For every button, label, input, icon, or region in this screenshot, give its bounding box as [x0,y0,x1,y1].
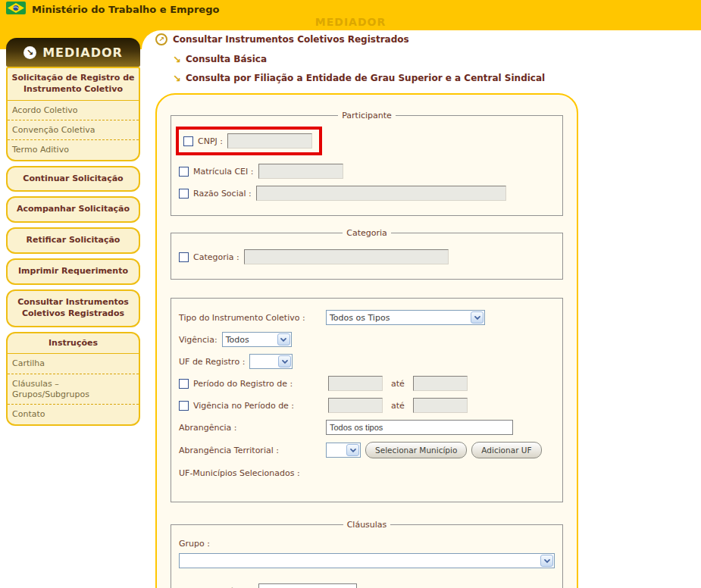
sidebar-button-retificar-solicitacao[interactable]: Retificar Solicitação [6,227,140,254]
uf-registro-row: UF de Registro : [179,354,555,369]
periodo-registro-checkbox[interactable] [179,379,189,389]
razao-social-input[interactable] [256,186,506,201]
periodo-registro-ate-input[interactable] [413,376,468,391]
selecionar-municipio-button[interactable]: Selecionar Município [365,442,467,458]
grupo-select[interactable] [179,553,555,568]
link-consulta-basica[interactable]: ↘ Consulta Básica [173,54,581,64]
uf-registro-label: UF de Registro : [179,357,245,367]
abrangencia-label: Abrangência : [179,423,321,433]
chevron-down-icon [346,444,359,456]
razao-social-checkbox[interactable] [179,189,189,199]
sidebar: ↘ MEDIADOR Solicitação de Registro de In… [6,38,140,426]
chevron-down-icon [540,555,553,567]
fieldset-participante: Participante CNPJ : Matrícula CEI : Razã… [171,111,563,216]
vigencia-periodo-label: Vigência no Período de : [193,401,324,411]
sidebar-button-continuar-solicitacao[interactable]: Continuar Solicitação [6,166,140,192]
vigencia-periodo-checkbox[interactable] [179,401,189,411]
razao-social-label: Razão Social : [193,189,252,199]
matricula-cei-label: Matrícula CEI : [193,167,254,177]
brazil-flag-icon [6,2,26,17]
sidebar-item-acordo-coletivo[interactable]: Acordo Coletivo [8,101,139,120]
uf-municipios-row: UF-Municípios Selecionados : [179,465,555,480]
fieldset-filtros: Tipo do Instrumento Coletivo : Todos os … [171,298,563,502]
sidebar-logo-text: MEDIADOR [42,45,123,60]
arrow-up-right-glyph: ↗ [158,36,164,43]
link-consulta-basica-label: Consulta Básica [186,54,267,64]
legend-participante: Participante [338,111,396,120]
uf-registro-value [250,355,277,368]
chevron-down-icon [278,355,291,368]
tipo-instrumento-value: Todos os Tipos [327,311,470,324]
vigencia-label: Vigência: [179,335,217,345]
arrow-down-right-icon: ↘ [173,74,181,83]
sidebar-item-termo-aditivo[interactable]: Termo Aditivo [8,139,139,159]
vigencia-periodo-ate-label: até [391,401,405,411]
ministry-title: Ministério do Trabalho e Emprego [32,4,219,15]
link-consulta-filiacao-label: Consulta por Filiação a Entidade de Grau… [186,73,545,83]
chevron-down-icon [277,333,290,346]
ministry-row: Ministério do Trabalho e Emprego [6,2,219,17]
vigencia-select[interactable]: Todos [222,332,292,347]
fieldset-clausulas: Cláusulas Grupo : Palavra do Título : [171,520,563,588]
grupo-label: Grupo : [179,539,210,549]
link-consulta-filiacao[interactable]: ↘ Consulta por Filiação a Entidade de Gr… [173,73,581,83]
vigencia-value: Todos [223,333,277,346]
sidebar-button-consultar-instrumentos[interactable]: Consultar Instrumentos Coletivos Registr… [6,289,140,327]
sidebar-group-solicitacao: Solicitação de Registro de Instrumento C… [6,67,140,161]
categoria-input[interactable] [244,249,449,264]
abrangencia-territorial-row: Abrangência Territorial : Selecionar Mun… [179,442,555,458]
uf-registro-select[interactable] [249,354,293,369]
fieldset-categoria: Categoria Categoria : [171,228,563,280]
matricula-row: Matrícula CEI : [179,164,555,179]
sidebar-item-contato[interactable]: Contato [8,404,139,424]
periodo-registro-ate-label: até [391,379,405,389]
categoria-row: Categoria : [179,249,555,264]
arrow-down-right-glyph: ↘ [27,48,33,57]
main-content: ↗ Consultar Instrumentos Coletivos Regis… [155,33,581,588]
matricula-cei-checkbox[interactable] [179,167,189,177]
cnpj-input[interactable] [227,133,312,149]
uf-municipios-label: UF-Municípios Selecionados : [179,468,300,478]
sidebar-logo: ↘ MEDIADOR [6,38,140,67]
categoria-checkbox[interactable] [179,252,189,262]
legend-clausulas: Cláusulas [343,520,391,530]
page-title-row: ↗ Consultar Instrumentos Coletivos Regis… [155,33,581,45]
grupo-value [180,554,540,568]
palavra-titulo-input[interactable] [258,583,357,588]
sidebar-button-imprimir-requerimento[interactable]: Imprimir Requerimento [6,258,140,285]
palavra-titulo-row: Palavra do Título : [179,583,555,588]
tipo-instrumento-select[interactable]: Todos os Tipos [326,310,485,325]
page: Ministério do Trabalho e Emprego MEDIADO… [0,0,701,588]
periodo-registro-label: Período do Registro de : [193,379,324,389]
app-title: MEDIADOR [0,16,701,28]
search-form-panel: Participante CNPJ : Matrícula CEI : Razã… [155,93,578,588]
topbar: Ministério do Trabalho e Emprego MEDIADO… [0,0,701,30]
adicionar-uf-button[interactable]: Adicionar UF [471,442,541,458]
cnpj-checkbox[interactable] [183,136,193,146]
vigencia-periodo-row: Vigência no Período de : até [179,398,555,413]
sidebar-item-cartilha[interactable]: Cartilha [8,354,139,373]
mediador-logo-icon: ↘ [23,46,36,59]
sidebar-item-clausulas-grupos[interactable]: Cláusulas – Grupos/Subgrupos [8,374,139,405]
abrangencia-territorial-select[interactable] [326,443,361,458]
chevron-down-icon [471,311,484,324]
sidebar-button-acompanhar-solicitacao[interactable]: Acompanhar Solicitação [6,196,140,223]
periodo-registro-de-input[interactable] [328,376,383,391]
tipo-instrumento-label: Tipo do Instrumento Coletivo : [179,313,321,323]
legend-categoria: Categoria [343,228,391,238]
arrow-down-right-icon: ↘ [173,55,181,64]
vigencia-periodo-de-input[interactable] [328,398,383,413]
razao-social-row: Razão Social : [179,186,555,201]
grupo-label-row: Grupo : [179,536,555,551]
cnpj-highlight-box: CNPJ : [176,127,322,155]
abrangencia-input[interactable] [326,420,513,435]
matricula-cei-input[interactable] [258,164,343,179]
sidebar-group-instrucoes-title: Instruções [8,333,139,355]
vigencia-row: Vigência: Todos [179,332,555,347]
sidebar-item-convencao-coletiva[interactable]: Convenção Coletiva [8,120,139,139]
arrow-up-right-circle-icon: ↗ [155,33,167,45]
vigencia-periodo-ate-input[interactable] [413,398,468,413]
sidebar-group-instrucoes: Instruções Cartilha Cláusulas – Grupos/S… [6,332,140,426]
periodo-registro-row: Período do Registro de : até [179,376,555,391]
categoria-label: Categoria : [193,252,239,262]
